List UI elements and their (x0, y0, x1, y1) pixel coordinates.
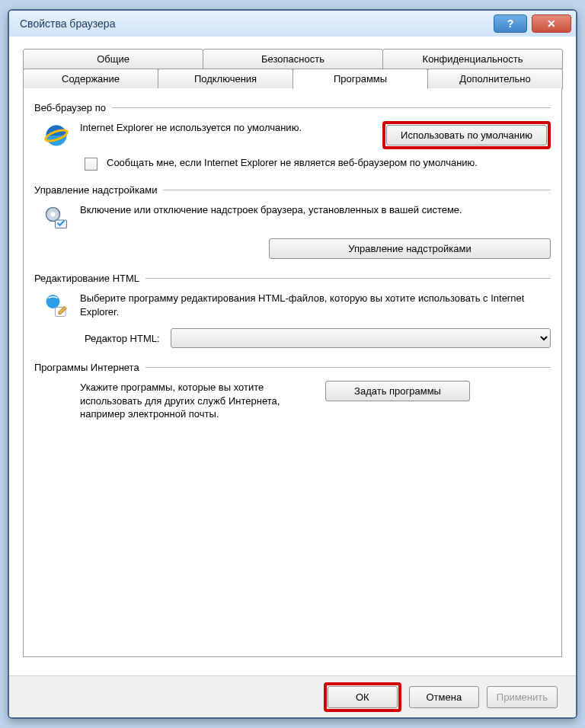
svg-point-3 (51, 212, 56, 217)
make-default-button[interactable]: Использовать по умолчанию (386, 125, 547, 145)
dialog-footer: ОК Отмена Применить (9, 675, 576, 717)
dialog-window: Свойства браузера ? ✕ Общие Безопасность… (8, 9, 577, 719)
tab-privacy[interactable]: Конфиденциальность (382, 49, 563, 69)
internet-programs-desc: Укажите программы, которые вы хотите исп… (80, 381, 316, 421)
ok-button[interactable]: ОК (328, 686, 398, 708)
set-programs-button[interactable]: Задать программы (325, 381, 470, 401)
apply-button: Применить (487, 686, 558, 708)
addons-desc: Включение или отключение надстроек брауз… (80, 203, 551, 217)
tab-security[interactable]: Безопасность (203, 49, 383, 69)
notify-default-label: Сообщать мне, если Internet Explorer не … (107, 156, 551, 170)
tab-content[interactable]: Содержание (23, 69, 158, 89)
html-editor-label: Редактор HTML: (85, 333, 160, 344)
default-browser-status: Internet Explorer не используется по умо… (80, 121, 373, 135)
html-edit-icon (42, 292, 71, 321)
tab-panel-programs: Веб-браузер по Internet Explorer не испо… (23, 88, 562, 657)
tab-advanced[interactable]: Дополнительно (427, 69, 563, 89)
titlebar: Свойства браузера ? ✕ (9, 11, 576, 37)
ie-icon (42, 121, 71, 150)
cancel-button[interactable]: Отмена (409, 686, 479, 708)
window-title: Свойства браузера (14, 18, 494, 30)
group-title: Управление надстройками (34, 184, 157, 196)
dialog-body: Общие Безопасность Конфиденциальность Со… (9, 37, 576, 717)
tab-strip: Общие Безопасность Конфиденциальность Со… (23, 49, 562, 89)
tab-programs[interactable]: Программы (292, 69, 428, 89)
highlight-make-default: Использовать по умолчанию (382, 121, 551, 149)
manage-addons-button[interactable]: Управление надстройками (269, 238, 551, 259)
close-button[interactable]: ✕ (532, 14, 571, 33)
group-title: Веб-браузер по (34, 102, 106, 113)
html-edit-desc: Выберите программу редактирования HTML-ф… (80, 292, 551, 318)
group-title: Программы Интернета (34, 362, 139, 373)
highlight-ok: ОК (324, 682, 401, 712)
html-editor-select[interactable] (171, 328, 551, 348)
group-title: Редактирование HTML (34, 273, 139, 284)
group-addons: Управление надстройками Включение или от… (34, 184, 551, 259)
tab-general[interactable]: Общие (23, 49, 203, 69)
help-button[interactable]: ? (494, 14, 527, 33)
group-default-browser: Веб-браузер по Internet Explorer не испо… (34, 102, 551, 171)
gear-icon (42, 203, 71, 232)
group-html-editing: Редактирование HTML Выберите программу р… (34, 273, 551, 348)
group-internet-programs: Программы Интернета Укажите программы, к… (34, 362, 551, 421)
tab-connections[interactable]: Подключения (158, 69, 293, 89)
notify-default-checkbox[interactable] (85, 158, 98, 171)
